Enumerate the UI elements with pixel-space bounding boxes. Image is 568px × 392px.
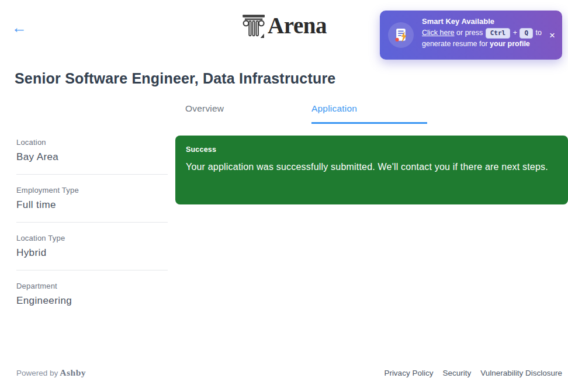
resume-lightning-icon <box>388 22 414 48</box>
logo-wordmark: Arena <box>268 13 327 39</box>
close-icon: × <box>549 30 555 41</box>
to-text: to <box>536 29 542 37</box>
detail-value: Full time <box>16 199 168 211</box>
detail-value: Bay Area <box>16 151 168 163</box>
toast-content: Smart Key Available Click here or press … <box>422 17 547 50</box>
footer: Powered byAshby Privacy Policy Security … <box>0 366 568 380</box>
generate-text: generate resume for <box>422 40 488 48</box>
powered-by-text: Powered by <box>16 369 58 377</box>
link-vulnerability-disclosure[interactable]: Vulnerability Disclosure <box>480 369 562 377</box>
detail-location: Location Bay Area <box>16 138 168 163</box>
toast-title: Smart Key Available <box>422 17 547 26</box>
detail-location-type: Location Type Hybrid <box>16 234 168 259</box>
footer-links: Privacy Policy Security Vulnerability Di… <box>384 369 562 377</box>
q-key-badge: Q <box>519 28 533 39</box>
toast-close-button[interactable]: × <box>549 30 555 40</box>
toast-message: Click here or press Ctrl + Q to generate… <box>422 27 547 50</box>
banner-title: Success <box>186 145 557 154</box>
back-arrow-icon: ← <box>12 19 27 36</box>
detail-value: Hybrid <box>16 247 168 259</box>
ctrl-key-badge: Ctrl <box>486 28 511 39</box>
back-button[interactable]: ← <box>12 20 27 35</box>
detail-label: Employment Type <box>16 186 168 195</box>
success-banner: Success Your application was successfull… <box>175 136 568 204</box>
powered-by-ashby[interactable]: Powered byAshby <box>16 367 86 378</box>
detail-value: Engineering <box>16 295 168 307</box>
detail-label: Location <box>16 138 168 147</box>
divider <box>16 174 168 175</box>
click-here-link[interactable]: Click here <box>422 29 455 37</box>
arena-logo: Arena <box>241 13 327 39</box>
detail-label: Location Type <box>16 234 168 242</box>
divider <box>16 222 168 223</box>
smart-key-toast: Smart Key Available Click here or press … <box>380 11 562 60</box>
link-privacy-policy[interactable]: Privacy Policy <box>384 369 433 377</box>
column-capital-icon <box>241 13 266 39</box>
plus-sign: + <box>513 29 517 37</box>
banner-message: Your application was successfully submit… <box>186 160 548 174</box>
divider <box>16 270 168 270</box>
detail-label: Department <box>16 282 168 290</box>
tab-overview[interactable]: Overview <box>185 103 301 124</box>
press-text: or press <box>456 29 483 37</box>
tab-application[interactable]: Application <box>311 103 427 124</box>
detail-department: Department Engineering <box>16 282 168 307</box>
job-application-page: ← Arena <box>0 0 568 392</box>
tab-bar: Overview Application <box>185 103 427 124</box>
ashby-wordmark: Ashby <box>60 367 86 377</box>
link-security[interactable]: Security <box>442 369 471 377</box>
job-details-sidebar: Location Bay Area Employment Type Full t… <box>16 138 168 307</box>
page-title: Senior Software Engineer, Data Infrastru… <box>15 70 335 87</box>
your-profile-text: your profile <box>490 40 530 48</box>
detail-employment-type: Employment Type Full time <box>16 186 168 211</box>
